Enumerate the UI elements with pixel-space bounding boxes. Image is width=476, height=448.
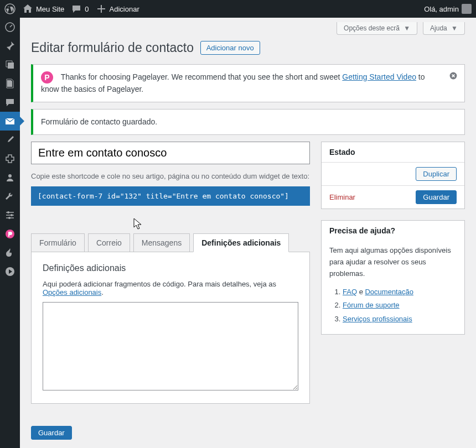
sidebar-tools[interactable] [0,187,20,206]
add-new-button[interactable]: Adicionar novo [200,41,260,55]
comments-icon [4,97,15,108]
forum-link[interactable]: Fórum de suporte [343,301,400,309]
tab-panel-additional: Definições adicionais Aqui poderá adicio… [31,252,310,404]
additional-settings-textarea[interactable] [43,302,298,390]
form-title-input[interactable] [31,142,310,164]
sidebar-pagelayer[interactable] [0,225,20,243]
dismiss-notice-button[interactable] [449,71,458,84]
cursor-icon [133,218,143,231]
status-title: Estado [322,142,464,162]
help-intro: Tem aqui algumas opções disponíveis para… [329,245,457,279]
tab-messages[interactable]: Mensagens [133,233,190,252]
pages-icon [4,78,15,89]
save-button-bottom[interactable]: Guardar [31,426,72,440]
sliders-icon [4,210,15,221]
main-content: Opções deste ecrã ▼ Ajuda ▼ Editar formu… [20,18,476,448]
notice-text: Thanks for choosing Pagelayer. We recomm… [61,72,343,81]
shortcode-box[interactable]: [contact-form-7 id="132" title="Entre em… [31,186,310,206]
tabs: Formulário Correio Mensagens Definições … [31,233,310,252]
panel-description: Aqui poderá adicionar fragmentos de códi… [43,280,298,296]
faq-link[interactable]: FAQ [343,288,357,296]
svg-point-4 [11,214,13,216]
avatar [462,4,472,14]
saved-notice: Formulário de contacto guardado. [31,109,465,135]
saved-text: Formulário de contacto guardado. [41,117,157,126]
sidebar-pages[interactable] [0,74,20,93]
admin-sidebar [0,18,20,448]
svg-point-5 [8,217,11,219]
pin-icon [4,40,15,51]
sidebar-contact[interactable] [0,112,20,131]
wordpress-icon [4,3,15,14]
help-postbox: Precisa de ajuda? Tem aqui algumas opçõe… [321,220,465,334]
save-button[interactable]: Guardar [416,190,457,204]
comments-count: 0 [85,5,89,13]
sidebar-posts[interactable] [0,37,20,55]
getting-started-link[interactable]: Getting Started Video [342,72,416,81]
sidebar-item-b[interactable] [0,262,20,281]
docs-link[interactable]: Documentação [365,288,413,296]
pagelayer-logo-icon: P [41,71,53,84]
screen-options-button[interactable]: Opções deste ecrã ▼ [337,22,417,35]
mail-icon [4,116,15,127]
close-icon [449,71,458,80]
dashboard-icon [4,22,15,33]
plus-icon [96,3,107,14]
chevron-down-icon: ▼ [451,24,458,32]
help-list: FAQ e Documentação Fórum de suporte Serv… [329,285,457,326]
greeting-text: Olá, admin [424,5,459,13]
help-title: Precisa de ajuda? [322,221,464,241]
brush-icon [4,134,15,145]
tab-form[interactable]: Formulário [31,233,85,252]
site-name-link[interactable]: Meu Site [22,3,64,14]
wrench-icon [4,191,15,202]
home-icon [22,3,33,14]
pagelayer-notice: P Thanks for choosing Pagelayer. We reco… [31,64,465,102]
comment-icon [71,3,82,14]
sidebar-users[interactable] [0,168,20,187]
tab-mail[interactable]: Correio [88,233,130,252]
sidebar-item-a[interactable] [0,243,20,262]
delete-link[interactable]: Eliminar [329,193,355,201]
sidebar-settings[interactable] [0,206,20,225]
sidebar-appearance[interactable] [0,131,20,149]
svg-point-2 [8,174,12,178]
comments-link[interactable]: 0 [71,3,89,14]
tab-additional[interactable]: Definições adicionais [193,233,289,252]
user-icon [4,172,15,183]
media-icon [4,59,15,70]
add-new-link[interactable]: Adicionar [96,3,139,14]
sidebar-plugins[interactable] [0,149,20,168]
services-link[interactable]: Serviços profissionais [343,315,412,323]
help-item: FAQ e Documentação [343,285,457,299]
admin-bar: Meu Site 0 Adicionar Olá, admin [0,0,476,18]
sidebar-comments[interactable] [0,93,20,112]
flame-icon [4,247,15,258]
pagelayer-icon [4,228,15,239]
sidebar-media[interactable] [0,55,20,74]
help-button[interactable]: Ajuda ▼ [423,22,465,35]
play-icon [4,266,15,277]
panel-heading: Definições adicionais [43,263,298,273]
wp-logo[interactable] [4,3,15,14]
plugin-icon [4,153,15,164]
status-postbox: Estado Duplicar Eliminar Guardar [321,142,465,209]
svg-point-3 [7,211,9,213]
additional-options-link[interactable]: Opções adicionais [43,288,101,296]
help-item: Serviços profissionais [343,312,457,326]
site-name: Meu Site [36,5,64,13]
chevron-down-icon: ▼ [403,24,410,32]
add-new-label: Adicionar [110,5,139,13]
user-greeting[interactable]: Olá, admin [424,4,472,14]
page-title: Editar formulário de contacto [31,35,194,58]
duplicate-button[interactable]: Duplicar [416,167,457,181]
help-item: Fórum de suporte [343,299,457,312]
sidebar-dashboard[interactable] [0,18,20,37]
shortcode-help: Copie este shortcode e cole no seu artig… [31,171,310,182]
